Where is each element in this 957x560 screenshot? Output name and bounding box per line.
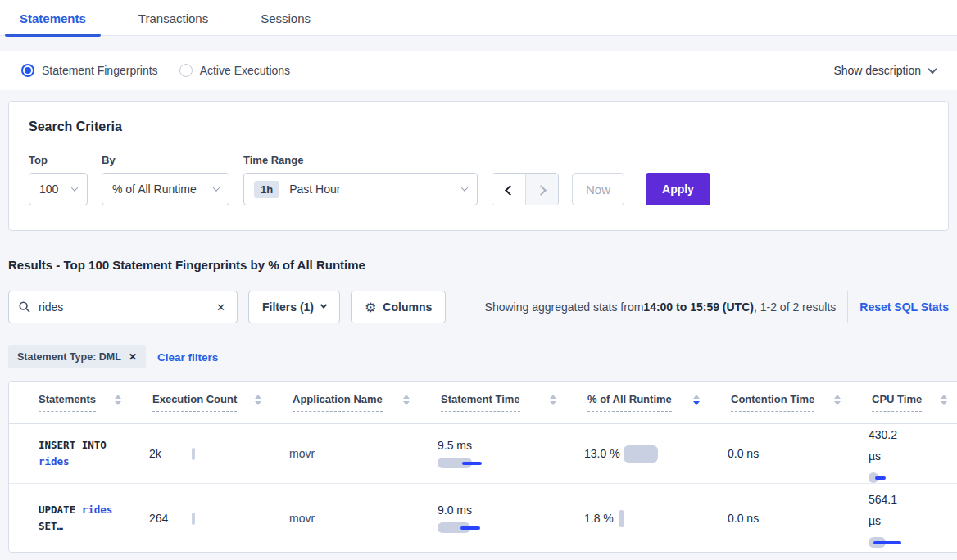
table-row: INSERT INTO rides 2k movr 9.5 ms 13.0 % bbox=[9, 424, 957, 484]
search-input[interactable] bbox=[39, 300, 215, 314]
column-header-pct-all-runtime[interactable]: % of All Runtime bbox=[579, 393, 723, 412]
columns-button[interactable]: ⚙ Columns bbox=[351, 291, 446, 323]
now-button[interactable]: Now bbox=[572, 173, 624, 205]
sort-icon[interactable] bbox=[834, 395, 841, 405]
tab-sessions[interactable]: Sessions bbox=[246, 11, 325, 35]
pct-all-runtime-value: 13.0 % bbox=[584, 447, 624, 460]
pct-all-runtime-bar bbox=[624, 445, 658, 463]
sort-icon[interactable] bbox=[255, 395, 261, 405]
contention-time-cell: 0.0 ns bbox=[719, 512, 860, 525]
column-header-application-name[interactable]: Application Name bbox=[284, 393, 433, 412]
chevron-down-icon bbox=[71, 184, 78, 191]
column-header-label[interactable]: CPU Time bbox=[872, 393, 922, 412]
column-header-cpu-time[interactable]: CPU Time bbox=[864, 393, 957, 412]
column-header-label[interactable]: Statement Time bbox=[441, 393, 520, 412]
sort-icon[interactable] bbox=[403, 395, 410, 405]
top-label: Top bbox=[29, 154, 88, 166]
stats-time-window: 14:00 to 15:59 (UTC) bbox=[643, 300, 754, 314]
remove-filter-icon[interactable]: ✕ bbox=[129, 351, 137, 363]
by-select[interactable]: % of All Runtime bbox=[102, 173, 229, 205]
time-range-label: Time Range bbox=[243, 154, 478, 166]
statement-time-bar bbox=[438, 457, 503, 468]
top-group: Top 100 bbox=[29, 154, 88, 205]
results-table: Statements Execution Count Application N… bbox=[8, 381, 957, 553]
sort-icon[interactable] bbox=[941, 395, 947, 405]
sort-icon[interactable] bbox=[115, 395, 121, 405]
statement-text: INSERT INTO bbox=[39, 439, 107, 451]
pct-all-runtime-cell: 13.0 % bbox=[576, 445, 719, 463]
chevron-right-icon bbox=[536, 185, 547, 196]
statement-time-value: 9.0 ms bbox=[438, 504, 576, 517]
column-header-label[interactable]: Execution Count bbox=[152, 393, 237, 412]
column-header-label[interactable]: % of All Runtime bbox=[587, 393, 672, 412]
statement-cell: INSERT INTO rides bbox=[39, 437, 141, 470]
column-header-label[interactable]: Statements bbox=[39, 393, 96, 412]
contention-time-value: 0.0 ns bbox=[728, 447, 759, 460]
column-header-execution-count[interactable]: Execution Count bbox=[144, 393, 284, 412]
reset-sql-stats-link[interactable]: Reset SQL Stats bbox=[859, 300, 949, 314]
filter-pill-label: Statement Type: DML bbox=[17, 351, 121, 363]
radio-label: Statement Fingerprints bbox=[42, 64, 158, 77]
time-range-value: Past Hour bbox=[289, 183, 454, 196]
radio-selected-icon[interactable] bbox=[21, 64, 34, 77]
pct-all-runtime-bar bbox=[619, 510, 624, 527]
top-select[interactable]: 100 bbox=[29, 173, 88, 205]
aggregated-stats-text: Showing aggregated stats from 14:00 to 1… bbox=[485, 291, 949, 323]
statement-time-value: 9.5 ms bbox=[438, 439, 576, 452]
clear-search-icon[interactable]: ✕ bbox=[215, 300, 227, 315]
execution-count-bar bbox=[192, 448, 195, 460]
clear-filters-link[interactable]: Clear filters bbox=[157, 351, 218, 364]
show-description-toggle[interactable]: Show description bbox=[833, 64, 936, 77]
results-table-wrapper: Statements Execution Count Application N… bbox=[8, 381, 957, 553]
sort-icon-active-desc[interactable] bbox=[693, 395, 700, 405]
column-header-statement-time[interactable]: Statement Time bbox=[433, 393, 579, 412]
pct-all-runtime-value: 1.8 % bbox=[584, 512, 614, 525]
tab-transactions[interactable]: Transactions bbox=[124, 11, 223, 35]
pct-all-runtime-cell: 1.8 % bbox=[576, 510, 719, 527]
results-heading: Results - Top 100 Statement Fingerprints… bbox=[8, 258, 949, 272]
search-criteria-title: Search Criteria bbox=[29, 120, 928, 134]
contention-time-cell: 0.0 ns bbox=[719, 447, 860, 460]
search-icon bbox=[19, 301, 30, 313]
apply-button[interactable]: Apply bbox=[646, 173, 710, 205]
execution-count-value: 2k bbox=[149, 447, 192, 460]
previous-time-window-button[interactable] bbox=[492, 174, 525, 205]
top-select-value: 100 bbox=[39, 183, 58, 196]
chevron-down-icon bbox=[928, 65, 937, 74]
radio-unselected-icon[interactable] bbox=[179, 64, 193, 77]
results-controls: ✕ Filters (1) ⚙ Columns Showing aggregat… bbox=[8, 291, 949, 323]
chevron-down-icon bbox=[320, 301, 327, 308]
filters-label: Filters (1) bbox=[262, 300, 314, 314]
radio-label: Active Executions bbox=[200, 64, 291, 77]
filters-button[interactable]: Filters (1) bbox=[248, 291, 340, 323]
column-header-label[interactable]: Contention Time bbox=[731, 393, 814, 412]
cpu-time-value: 430.2 µs bbox=[869, 424, 908, 467]
time-window-arrows bbox=[492, 173, 559, 205]
statement-fingerprint-link[interactable]: rides bbox=[39, 455, 70, 467]
time-range-select[interactable]: 1h Past Hour bbox=[243, 173, 478, 205]
statement-search-box[interactable]: ✕ bbox=[8, 291, 238, 323]
statement-time-bar bbox=[438, 522, 503, 533]
radio-active-executions[interactable]: Active Executions bbox=[179, 64, 291, 77]
statement-text: SET… bbox=[39, 520, 63, 532]
tab-statements[interactable]: Statements bbox=[5, 11, 101, 35]
application-name-value: movr bbox=[289, 512, 315, 525]
column-header-label[interactable]: Application Name bbox=[293, 393, 383, 412]
statement-time-cell: 9.5 ms bbox=[429, 439, 576, 468]
radio-statement-fingerprints[interactable]: Statement Fingerprints bbox=[21, 64, 158, 77]
chevron-down-icon bbox=[461, 184, 468, 191]
time-range-badge: 1h bbox=[254, 181, 279, 198]
execution-count-cell: 264 bbox=[141, 512, 281, 525]
column-header-contention-time[interactable]: Contention Time bbox=[723, 393, 864, 412]
column-header-statements[interactable]: Statements bbox=[39, 393, 144, 412]
next-time-window-button[interactable] bbox=[525, 174, 558, 205]
columns-label: Columns bbox=[383, 300, 432, 314]
sort-icon[interactable] bbox=[550, 395, 556, 405]
filter-pill-statement-type[interactable]: Statement Type: DML ✕ bbox=[8, 345, 146, 368]
statement-fingerprint-link[interactable]: rides bbox=[82, 504, 113, 516]
stats-suffix: , 1-2 of 2 results bbox=[754, 300, 836, 314]
view-mode-bar: Statement Fingerprints Active Executions… bbox=[0, 51, 957, 90]
table-row: UPDATE rides SET… 264 movr 9.0 ms 1.8 % bbox=[9, 484, 957, 553]
chevron-left-icon bbox=[505, 185, 515, 196]
stats-prefix: Showing aggregated stats from bbox=[485, 300, 644, 314]
